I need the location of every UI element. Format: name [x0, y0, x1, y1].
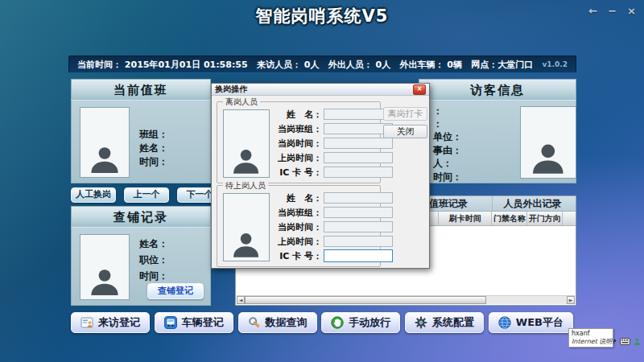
leaving-duty-time-label: 当岗时间：: [272, 138, 322, 150]
visitor-avatar: [520, 106, 576, 179]
current-duty-body: 班组： 姓名： 时间：: [71, 100, 211, 183]
back-icon[interactable]: ←: [588, 6, 597, 17]
visitor-label-2: ：: [433, 117, 443, 131]
dialog-close-button[interactable]: 关闭: [383, 125, 427, 138]
prev-button[interactable]: 上一个: [124, 187, 169, 203]
incoming-ic-label: IC 卡 号：: [272, 250, 322, 262]
person-icon: [533, 144, 564, 173]
person-icon: [91, 147, 118, 173]
leaving-start-time-label: 上岗时间：: [272, 152, 322, 164]
dialog-title: 换岗操作: [215, 84, 413, 95]
current-duty-title: 当前值班: [71, 79, 211, 100]
scroll-right-icon[interactable]: ►: [567, 296, 575, 304]
incoming-duty-time-row: 当岗时间：: [272, 221, 393, 232]
current-duty-avatar: [80, 107, 130, 178]
keyboard-icon[interactable]: [620, 338, 630, 345]
visitor-time-label: 时间：: [433, 171, 462, 184]
scrollbar-thumb[interactable]: [245, 296, 486, 304]
system-config-button[interactable]: 系统配置: [405, 312, 484, 333]
web-platform-button[interactable]: WEB平台: [489, 312, 573, 333]
leaving-group: 离岗人员 姓 名： 当岗班组： 当岗时间： 上岗时间： IC 卡 号：: [217, 101, 381, 183]
vehicle-register-button[interactable]: 车辆登记: [155, 312, 233, 333]
incoming-duty-time-label: 当岗时间：: [272, 221, 322, 233]
visitor-reason-label: 事由：: [433, 144, 462, 158]
shift-change-dialog: 换岗操作 × 离岗人员 姓 名： 当岗班组： 当岗时间： 上岗时间： IC 卡 …: [211, 83, 430, 269]
duty-team-label: 班组：: [139, 128, 168, 142]
incoming-avatar: [223, 193, 270, 261]
ime-tooltip: hxanf Internet 说明: [568, 328, 613, 348]
manual-shift-button[interactable]: 人工换岗: [71, 187, 116, 203]
incoming-team-row: 当岗班组：: [272, 207, 393, 218]
col-extra: [563, 212, 576, 225]
bottom-toolbar: 来访登记 车辆登记 数据查询 手动放行 系统配置 WEB平台: [71, 312, 573, 333]
clock-out-button: 离岗打卡: [383, 107, 427, 121]
vehicle-icon: [164, 316, 177, 329]
data-query-label: 数据查询: [266, 315, 308, 330]
duty-time-label: 时间：: [139, 155, 168, 169]
leaving-duty-time-row: 当岗时间：: [272, 138, 393, 149]
globe-icon: [498, 316, 511, 329]
bed-check-register-button[interactable]: 查铺登记: [147, 283, 204, 299]
leaving-name-label: 姓 名：: [272, 109, 322, 121]
system-config-label: 系统配置: [432, 315, 474, 330]
visitor-panel: 访客信息 ： ： 单位： 事由： 人： 时间：: [419, 79, 576, 183]
visitor-form-icon: [80, 316, 93, 329]
leaving-ic-row: IC 卡 号：: [272, 167, 393, 178]
hand-icon: [331, 316, 344, 329]
leaving-group-title: 离岗人员: [223, 97, 260, 108]
desktop-background: 智能岗哨系统V5 ← − × 当前时间： 2015年01月01日 01:58:5…: [0, 0, 644, 362]
window-controls: ← − ×: [588, 6, 636, 17]
leaving-start-time-input: [324, 152, 393, 163]
person-icon: [91, 269, 118, 295]
incoming-duty-time-input: [324, 221, 393, 232]
bed-check-title: 查铺记录: [71, 206, 211, 227]
leaving-ic-label: IC 卡 号：: [272, 167, 322, 179]
minimize-icon[interactable]: −: [608, 6, 617, 17]
version-label: v1.0.2: [542, 60, 568, 68]
dialog-close-icon[interactable]: ×: [413, 84, 426, 95]
data-query-button[interactable]: 数据查询: [238, 312, 317, 333]
bed-position-label: 职位：: [139, 253, 168, 267]
leaving-ic-input: [324, 167, 393, 178]
incoming-team-label: 当岗班组：: [272, 207, 322, 219]
scroll-left-icon[interactable]: ◄: [237, 296, 245, 304]
status-visitors: 来访人员： 0人: [257, 59, 320, 71]
incoming-name-input: [324, 192, 393, 204]
col-door-name: 门禁名称: [492, 212, 527, 225]
current-duty-panel: 当前值班 班组： 姓名： 时间：: [71, 79, 211, 183]
bed-check-body: 姓名： 职位： 时间： 查铺登记: [71, 227, 211, 306]
incoming-team-input: [324, 207, 393, 218]
incoming-ic-input[interactable]: [324, 249, 393, 262]
status-out-people: 外出人员： 0人: [328, 59, 391, 71]
leaving-team-row: 当岗班组：: [272, 123, 393, 134]
ime-name: hxanf: [572, 330, 610, 338]
horizontal-scrollbar[interactable]: ◄ ►: [237, 295, 575, 304]
dialog-titlebar[interactable]: 换岗操作 ×: [212, 84, 429, 96]
vehicle-register-label: 车辆登记: [182, 315, 224, 330]
gear-icon: [415, 316, 427, 329]
app-title: 智能岗哨系统V5: [0, 5, 644, 27]
leaving-duty-time-input: [324, 138, 393, 149]
search-icon: [248, 316, 261, 329]
person-icon: [233, 233, 258, 257]
bed-check-panel: 查铺记录 姓名： 职位： 时间： 查铺登记: [71, 206, 211, 306]
incoming-group: 待上岗人员 姓 名： 当岗班组： 当岗时间： 上岗时间： IC 卡 号：: [217, 185, 381, 267]
incoming-start-time-input: [324, 236, 393, 247]
visitor-register-label: 来访登记: [98, 315, 140, 330]
incoming-name-label: 姓 名：: [272, 192, 322, 204]
leaving-start-time-row: 上岗时间：: [272, 152, 393, 163]
leaving-name-row: 姓 名：: [272, 109, 393, 120]
visitor-register-button[interactable]: 来访登记: [71, 312, 150, 333]
status-out-vehicles: 外出车辆： 0辆: [399, 59, 462, 71]
bed-time-label: 时间：: [139, 269, 168, 283]
visitor-title: 访客信息: [419, 79, 576, 100]
language-bar: [610, 337, 644, 346]
ime-status-icon[interactable]: [634, 338, 641, 346]
bed-check-avatar: [80, 234, 130, 300]
leaving-avatar: [223, 109, 270, 178]
tab-out-records[interactable]: 人员外出记录: [492, 196, 572, 212]
manual-release-button[interactable]: 手动放行: [321, 312, 400, 333]
incoming-ic-row: IC 卡 号：: [272, 250, 393, 261]
close-icon[interactable]: ×: [627, 6, 636, 17]
status-bar: 当前时间： 2015年01月01日 01:58:55 来访人员： 0人 外出人员…: [68, 56, 576, 73]
